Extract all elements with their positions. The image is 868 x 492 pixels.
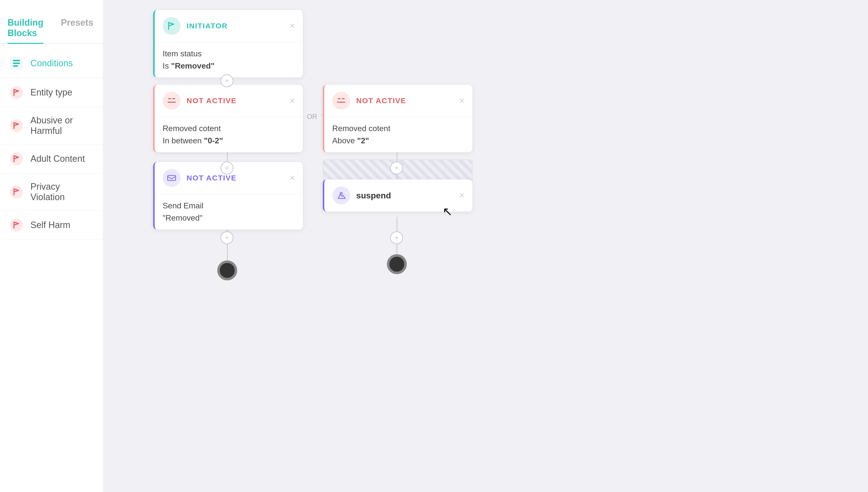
initiator-value: Is "Removed": [163, 61, 295, 71]
send-email-value: "Removed": [163, 213, 295, 223]
canvas: + OR + + + + INITI: [103, 0, 868, 492]
svg-point-4: [10, 86, 23, 99]
initiator-field: Item status: [163, 49, 295, 58]
not-active-left-close[interactable]: ×: [289, 96, 295, 105]
initiator-icon: [163, 17, 181, 35]
conditions-icon: [10, 57, 23, 70]
conditions-label: Conditions: [30, 58, 73, 69]
not-active-right-card: NOT ACTIVE × Removed cotent Above "2": [323, 85, 472, 152]
privacy-label: Privacy Violation: [30, 181, 93, 202]
svg-rect-15: [168, 175, 175, 180]
sidebar-item-privacy[interactable]: Privacy Violation: [0, 173, 103, 211]
add-button-2[interactable]: +: [220, 162, 233, 174]
sidebar-item-adult[interactable]: Adult Content: [0, 144, 103, 173]
sidebar-tabs: Building Blocks Presets: [0, 0, 103, 44]
initiator-card: INITIATOR × Item status Is "Removed": [153, 10, 303, 77]
entity-type-icon: [10, 86, 23, 99]
svg-point-7: [10, 186, 23, 198]
not-active-right-icon: [332, 92, 350, 110]
abusive-label: Abusive or Harmful: [30, 115, 93, 136]
not-active-left-field: Removed cotent: [163, 124, 295, 133]
add-button-5[interactable]: +: [390, 231, 403, 244]
initiator-card-header: INITIATOR ×: [155, 10, 303, 42]
adult-label: Adult Content: [30, 153, 85, 164]
svg-point-8: [10, 219, 23, 231]
sidebar-item-self-harm[interactable]: Self Harm: [0, 211, 103, 240]
sidebar-item-abusive[interactable]: Abusive or Harmful: [0, 107, 103, 144]
initiator-close[interactable]: ×: [289, 21, 295, 30]
svg-rect-1: [13, 60, 20, 61]
svg-point-5: [10, 119, 23, 132]
not-active-right-close[interactable]: ×: [459, 96, 464, 105]
svg-point-6: [10, 152, 23, 165]
svg-rect-9: [168, 98, 171, 99]
send-email-title: NOT ACTIVE: [187, 174, 289, 182]
add-button-1[interactable]: +: [220, 74, 233, 87]
self-harm-icon: [10, 219, 23, 231]
initiator-title: INITIATOR: [187, 22, 289, 30]
suspend-icon: [332, 187, 350, 204]
entity-type-label: Entity type: [30, 87, 72, 98]
not-active-left-icon: [163, 92, 181, 110]
svg-rect-12: [338, 98, 341, 99]
adult-icon: [10, 152, 23, 165]
tab-presets[interactable]: Presets: [61, 13, 101, 43]
sidebar: Building Blocks Presets Conditions Entit…: [0, 0, 103, 492]
initiator-body: Item status Is "Removed": [155, 42, 303, 77]
not-active-right-value: Above "2": [332, 136, 464, 145]
send-email-close[interactable]: ×: [289, 173, 295, 182]
end-node-right: [387, 254, 407, 274]
svg-rect-13: [342, 98, 345, 99]
send-email-icon: [163, 169, 181, 187]
or-label: OR: [303, 110, 321, 123]
svg-rect-2: [13, 63, 20, 64]
privacy-icon: [10, 186, 23, 198]
not-active-left-title: NOT ACTIVE: [187, 96, 289, 105]
not-active-right-header: NOT ACTIVE ×: [324, 85, 472, 117]
cursor: ↖: [443, 204, 452, 218]
suspend-title: suspend: [356, 191, 459, 200]
tab-building-blocks[interactable]: Building Blocks: [7, 13, 51, 43]
not-active-right-field: Removed cotent: [332, 124, 464, 133]
not-active-right-title: NOT ACTIVE: [356, 96, 459, 105]
send-email-body: Send Email "Removed": [155, 194, 303, 229]
sidebar-item-conditions[interactable]: Conditions: [0, 49, 103, 78]
not-active-left-header: NOT ACTIVE ×: [155, 85, 303, 117]
suspend-close[interactable]: ×: [459, 191, 464, 200]
sidebar-list: Conditions Entity type Abusive or Harmfu…: [0, 44, 103, 240]
svg-rect-10: [172, 98, 175, 99]
self-harm-label: Self Harm: [30, 220, 70, 230]
end-node-left: [217, 261, 237, 280]
add-button-3[interactable]: +: [390, 162, 403, 174]
svg-point-16: [340, 192, 342, 194]
sidebar-item-entity-type[interactable]: Entity type: [0, 78, 103, 107]
abusive-icon: [10, 119, 23, 132]
not-active-left-body: Removed cotent In between "0-2": [155, 117, 303, 152]
not-active-left-card: NOT ACTIVE × Removed cotent In between "…: [153, 85, 303, 152]
send-email-field: Send Email: [163, 201, 295, 211]
add-button-4[interactable]: +: [220, 231, 233, 244]
not-active-right-body: Removed cotent Above "2": [324, 117, 472, 152]
not-active-left-value: In between "0-2": [163, 136, 295, 145]
svg-rect-3: [13, 65, 18, 67]
